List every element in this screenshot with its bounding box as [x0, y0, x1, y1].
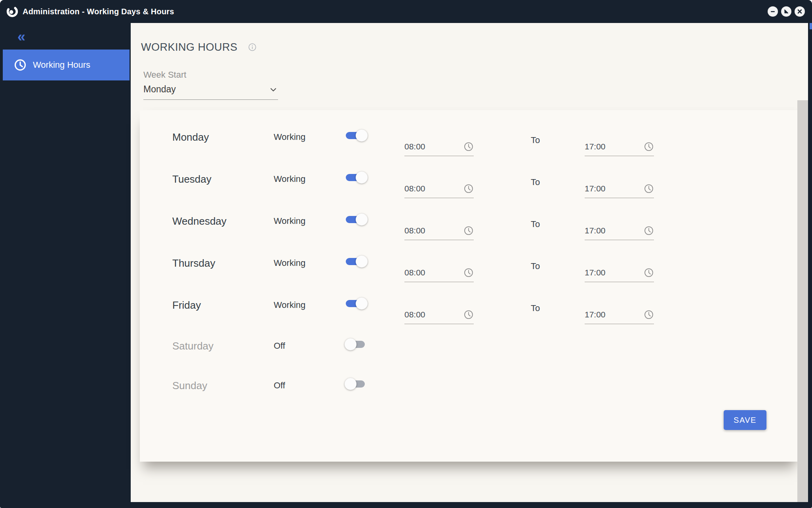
clock-icon: [463, 267, 474, 278]
toggle-column: [346, 214, 404, 225]
clock-icon: [14, 59, 27, 71]
time-from-field[interactable]: 08:00: [404, 139, 474, 156]
working-toggle[interactable]: [346, 172, 368, 183]
week-start-select[interactable]: Monday: [143, 84, 278, 100]
day-row: Wednesday Working 08:00 To 17:00: [140, 200, 797, 242]
day-name-label: Monday: [172, 131, 274, 143]
working-status-label: Off: [274, 380, 346, 391]
time-from-field[interactable]: 08:00: [404, 265, 474, 282]
time-to-field[interactable]: 17:00: [585, 181, 654, 198]
window-controls: [768, 6, 805, 17]
main-content: WORKING HOURS Week Start Monday: [131, 23, 808, 502]
window-body: « Working Hours WORKING HOURS We: [0, 23, 808, 502]
clock-icon: [644, 225, 654, 236]
titlebar: Administration - Working Days & Hours: [0, 0, 812, 23]
toggle-thumb: [356, 130, 368, 141]
working-toggle[interactable]: [346, 256, 368, 267]
time-from-field[interactable]: 08:00: [404, 181, 474, 198]
sidebar-item-working-hours[interactable]: Working Hours: [3, 50, 130, 80]
save-button[interactable]: SAVE: [724, 410, 766, 430]
maximize-icon: [783, 9, 789, 14]
maximize-button[interactable]: [781, 6, 791, 17]
app-window: Administration - Working Days & Hours: [0, 0, 812, 508]
scrollbar-track[interactable]: [797, 100, 808, 502]
time-from-value: 08:00: [404, 184, 425, 193]
time-to-value: 17:00: [585, 184, 606, 193]
working-toggle[interactable]: [346, 378, 368, 390]
sidebar-collapse-button[interactable]: «: [17, 31, 33, 43]
time-to-field[interactable]: 17:00: [585, 265, 654, 282]
time-to-field[interactable]: 17:00: [585, 307, 654, 324]
time-from-value: 08:00: [404, 142, 425, 151]
to-label: To: [531, 261, 585, 271]
day-row: Friday Working 08:00 To 17:00: [140, 284, 797, 326]
time-to-value: 17:00: [585, 142, 606, 151]
time-to-field[interactable]: 17:00: [585, 223, 654, 240]
window-title: Administration - Working Days & Hours: [23, 7, 174, 16]
close-icon: [797, 9, 802, 14]
toggle-thumb: [356, 214, 368, 225]
time-to-field[interactable]: 17:00: [585, 139, 654, 156]
time-to-value: 17:00: [585, 268, 606, 277]
clock-icon: [463, 183, 474, 194]
working-status-label: Off: [274, 341, 346, 351]
to-label: To: [531, 135, 585, 145]
day-name-label: Thursday: [172, 257, 274, 269]
day-name-label: Wednesday: [172, 215, 274, 227]
day-rows: Monday Working 08:00 To 17:00 Tuesday: [140, 116, 797, 405]
toggle-column: [346, 298, 404, 309]
week-start-value: Monday: [143, 84, 176, 95]
heading-row: WORKING HOURS: [141, 40, 808, 54]
time-from-field[interactable]: 08:00: [404, 223, 474, 240]
time-from-value: 08:00: [404, 268, 425, 277]
toggle-thumb: [345, 338, 356, 350]
day-row: Thursday Working 08:00 To 17:00: [140, 242, 797, 284]
time-from-value: 08:00: [404, 310, 425, 319]
toggle-column: [346, 256, 404, 267]
toggle-column: [346, 338, 404, 350]
sidebar: « Working Hours: [0, 23, 131, 502]
day-row: Monday Working 08:00 To 17:00: [140, 116, 797, 158]
day-name-label: Tuesday: [172, 173, 274, 185]
toggle-thumb: [345, 378, 356, 390]
toggle-thumb: [356, 172, 368, 183]
day-name-label: Saturday: [172, 340, 274, 352]
week-start-section: Week Start Monday: [143, 70, 808, 100]
working-status-label: Working: [274, 216, 346, 226]
day-row: Saturday Off: [140, 326, 797, 366]
info-icon[interactable]: [248, 43, 257, 52]
working-toggle[interactable]: [346, 298, 368, 309]
clock-icon: [644, 183, 654, 194]
working-status-label: Working: [274, 300, 346, 310]
toggle-column: [346, 130, 404, 141]
time-from-value: 08:00: [404, 226, 425, 235]
minimize-icon: [770, 9, 776, 14]
scrollbar-thumb[interactable]: [810, 23, 812, 29]
time-from-field[interactable]: 08:00: [404, 307, 474, 324]
clock-icon: [644, 309, 654, 320]
working-toggle[interactable]: [346, 338, 368, 350]
day-row: Tuesday Working 08:00 To 17:00: [140, 158, 797, 200]
clock-icon: [644, 267, 654, 278]
day-name-label: Friday: [172, 299, 274, 311]
clock-icon: [463, 309, 474, 320]
app-logo-icon: [6, 5, 19, 18]
working-toggle[interactable]: [346, 130, 368, 141]
to-label: To: [531, 219, 585, 229]
working-toggle[interactable]: [346, 214, 368, 225]
time-to-value: 17:00: [585, 226, 606, 235]
close-button[interactable]: [795, 6, 805, 17]
chevron-down-icon: [269, 85, 278, 94]
sidebar-item-label: Working Hours: [33, 60, 90, 70]
clock-icon: [463, 225, 474, 236]
page-title: WORKING HOURS: [141, 41, 238, 53]
day-name-label: Sunday: [172, 380, 274, 392]
to-label: To: [531, 303, 585, 313]
week-start-label: Week Start: [143, 70, 808, 80]
time-to-value: 17:00: [585, 310, 606, 319]
to-label: To: [531, 177, 585, 187]
working-status-label: Working: [274, 258, 346, 268]
toggle-column: [346, 172, 404, 183]
clock-icon: [644, 141, 654, 152]
minimize-button[interactable]: [768, 6, 778, 17]
